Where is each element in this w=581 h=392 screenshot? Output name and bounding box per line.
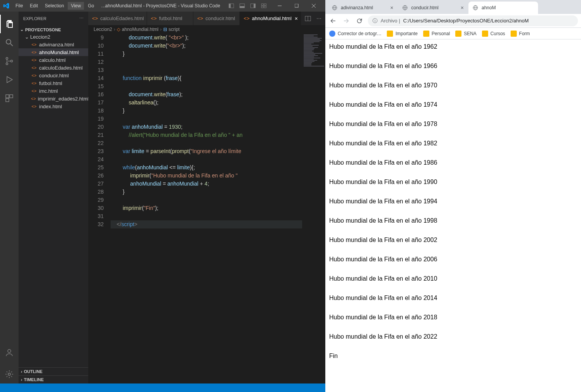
folder-label: Leccion2	[30, 34, 50, 40]
file-label: index.html	[39, 104, 62, 109]
output-line: Hubo mundial de la Fifa en el año 2002	[329, 237, 577, 244]
svg-rect-19	[6, 95, 9, 98]
settings-activity[interactable]	[0, 365, 19, 383]
menu-file[interactable]: File	[12, 2, 26, 10]
reload-button[interactable]	[355, 16, 364, 26]
app-icon	[329, 31, 335, 37]
back-button[interactable]	[328, 16, 338, 26]
browser-tab[interactable]: ahnoM	[468, 2, 538, 14]
bookmark-label: Corrector de ortogr…	[338, 31, 381, 36]
split-editor-icon[interactable]	[305, 15, 311, 22]
output-line: Hubo mundial de la Fifa en el año 1994	[329, 198, 577, 205]
file-label: calculo.html	[39, 57, 66, 63]
svg-line-15	[10, 44, 13, 46]
bookmark-item[interactable]: Cursos	[482, 31, 505, 37]
customize-layout-icon[interactable]	[261, 3, 267, 9]
code-content[interactable]: document.write( "<br>" ); document.write…	[111, 34, 302, 383]
file-imprimir_edades2-html[interactable]: <>imprimir_edades2.html	[19, 95, 88, 102]
html-file-icon: <>	[31, 49, 37, 55]
bookmark-item[interactable]: Corrector de ortogr…	[329, 31, 381, 37]
file-conducir-html[interactable]: <>conducir.html	[19, 72, 88, 79]
bookmark-item[interactable]: SENA	[455, 31, 477, 37]
maximize-button[interactable]	[288, 0, 305, 12]
run-debug-activity[interactable]	[0, 70, 19, 89]
file-futbol-html[interactable]: <>futbol.html	[19, 79, 88, 87]
file-imc-html[interactable]: <>imc.html	[19, 87, 88, 95]
toggle-panel-left-icon[interactable]	[229, 3, 234, 9]
sidebar-more-icon[interactable]: ⋯	[79, 16, 84, 21]
editor-tab[interactable]: <>conducir.html	[193, 12, 240, 25]
svg-rect-6	[261, 4, 263, 5]
output-line: Hubo mundial de la Fifa en el año 1982	[329, 140, 577, 147]
folder-leccion2[interactable]: ⌄ Leccion2	[19, 33, 88, 41]
browser-tab[interactable]: adivinanza.html×	[328, 2, 397, 14]
menu-selection[interactable]: Selection	[42, 2, 67, 10]
file-calculo-html[interactable]: <>calculo.html	[19, 56, 88, 64]
html-file-icon: <>	[31, 57, 37, 63]
folder-icon	[511, 31, 517, 37]
svg-rect-20	[10, 95, 13, 98]
globe-icon	[332, 5, 338, 11]
breadcrumb[interactable]: Leccion2 › ◇ ahnoMundial.html › ⊟ script	[88, 25, 325, 34]
close-button[interactable]	[305, 0, 322, 12]
file-ahnoMundial-html[interactable]: <>ahnoMundial.html	[19, 48, 88, 56]
browser-tab[interactable]: conducir.html×	[398, 2, 468, 14]
output-line: Hubo mundial de la Fifa en el año 1970	[329, 82, 577, 89]
address-bar[interactable]: ⓘ Archivo | C:/Users/Sena/Desktop/Proyec…	[368, 15, 578, 26]
search-activity[interactable]	[0, 33, 19, 52]
folder-icon	[455, 31, 461, 37]
html-file-icon: <>	[31, 103, 37, 109]
minimap[interactable]	[302, 34, 325, 383]
editor-tab[interactable]: <>calculoEdades.html	[88, 12, 147, 25]
breadcrumb-part[interactable]: ahnoMundial.html	[122, 27, 159, 32]
file-adivinanza-html[interactable]: <>adivinanza.html	[19, 41, 88, 48]
page-content: Hubo mundial de la Fifa en el año 1962Hu…	[325, 39, 581, 392]
output-line: Fin	[329, 353, 577, 360]
url-path: C:/Users/Sena/Desktop/ProyectosONE/Lecci…	[403, 18, 528, 24]
svg-point-18	[11, 60, 13, 62]
forward-button[interactable]	[342, 16, 351, 26]
vscode-window: FileEditSelectionViewGo… ahnoMundial.htm…	[0, 0, 325, 392]
svg-rect-1	[229, 4, 231, 8]
toggle-panel-right-icon[interactable]	[250, 3, 256, 9]
tab-label: ahnoM	[482, 5, 496, 10]
close-tab-icon[interactable]: ×	[295, 15, 298, 22]
output-line: Hubo mundial de la Fifa en el año 2014	[329, 295, 577, 302]
close-tab-icon[interactable]: ×	[461, 5, 464, 11]
accounts-activity[interactable]	[0, 343, 19, 362]
more-icon[interactable]: ⋯	[316, 15, 321, 21]
menu-view[interactable]: View	[68, 2, 84, 10]
file-index-html[interactable]: <>index.html	[19, 102, 88, 110]
bookmark-item[interactable]: Form	[511, 31, 530, 37]
minimize-button[interactable]	[271, 0, 288, 12]
bookmark-item[interactable]: Personal	[423, 31, 450, 37]
svg-rect-9	[264, 6, 266, 8]
breadcrumb-part[interactable]: Leccion2	[94, 27, 112, 32]
editor-tab[interactable]: <>ahnoMundial.html×	[240, 12, 301, 25]
project-root[interactable]: ⌄ PROYECTOSONE	[19, 26, 88, 33]
html-file-icon: <>	[31, 88, 37, 94]
status-bar[interactable]	[0, 383, 325, 392]
menu-edit[interactable]: Edit	[27, 2, 41, 10]
file-calculoEdades-html[interactable]: <>calculoEdades.html	[19, 64, 88, 72]
main-area: EXPLORER ⋯ ⌄ PROYECTOSONE ⌄ Leccion2 <>a…	[0, 12, 325, 383]
info-icon[interactable]: ⓘ	[373, 17, 378, 24]
menu-go[interactable]: Go	[85, 2, 97, 10]
toggle-panel-bottom-icon[interactable]	[239, 3, 245, 9]
bookmark-item[interactable]: Importante	[387, 31, 417, 37]
explorer-activity[interactable]	[0, 15, 19, 33]
close-tab-icon[interactable]: ×	[390, 5, 393, 11]
output-line: Hubo mundial de la Fifa en el año 1990	[329, 179, 577, 186]
editor-tab[interactable]: <>futbol.html	[147, 12, 193, 25]
tab-label: adivinanza.html	[341, 5, 373, 10]
folder-icon	[482, 31, 488, 37]
source-control-activity[interactable]	[0, 52, 19, 70]
extensions-activity[interactable]	[0, 89, 19, 107]
code-editor[interactable]: 9101112131415161718192021222324252627282…	[88, 34, 325, 383]
timeline-section[interactable]: ›TIMELINE	[19, 375, 88, 383]
tab-actions: ⋯	[301, 12, 325, 25]
breadcrumb-part[interactable]: script	[169, 27, 180, 32]
html-file-icon: <>	[31, 65, 37, 71]
svg-rect-5	[254, 4, 255, 8]
outline-section[interactable]: ›OUTLINE	[19, 367, 88, 375]
